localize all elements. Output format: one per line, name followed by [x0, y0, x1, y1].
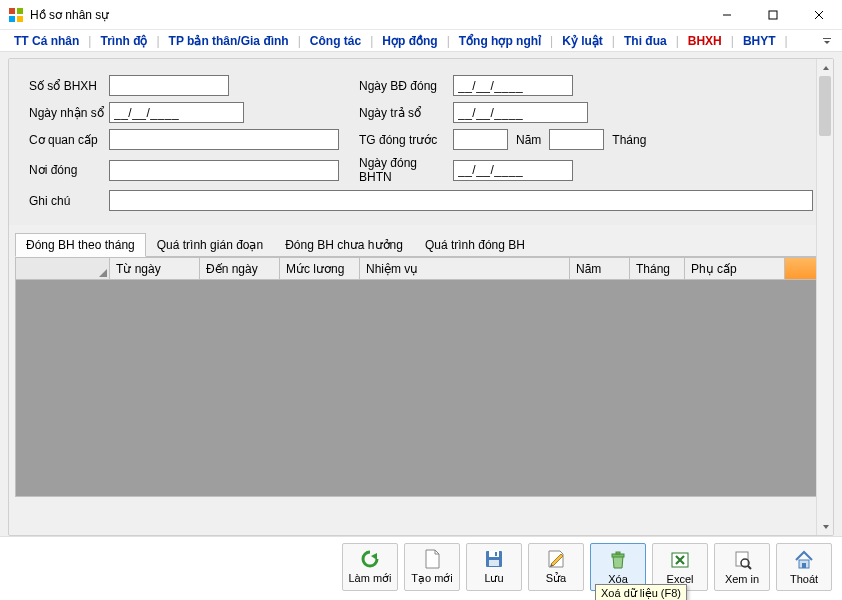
subtab-qua-trinh-dong-bh[interactable]: Quá trình đóng BH	[414, 233, 536, 256]
edit-icon	[545, 548, 567, 570]
edit-button[interactable]: Sửa	[528, 543, 584, 591]
trash-icon	[607, 549, 629, 571]
grid-col-nhiem-vu[interactable]: Nhiệm vụ	[360, 258, 570, 279]
save-icon	[483, 548, 505, 570]
vertical-scrollbar[interactable]	[816, 59, 833, 535]
app-icon	[8, 7, 24, 23]
grid-header: Từ ngày Đến ngày Mức lương Nhiệm vụ Năm …	[16, 258, 826, 280]
tab-tt-ca-nhan[interactable]: TT Cá nhân	[6, 32, 87, 50]
input-tg-nam[interactable]	[453, 129, 508, 150]
tab-bhyt[interactable]: BHYT	[735, 32, 784, 50]
grid-col-nam[interactable]: Năm	[570, 258, 630, 279]
home-icon	[793, 549, 815, 571]
panel: Số sổ BHXH Ngày BĐ đóng Ngày nhận sổ Ngà…	[8, 58, 834, 536]
input-so-so-bhxh[interactable]	[109, 75, 229, 96]
maximize-button[interactable]	[750, 0, 796, 30]
tab-tong-hop-nghi[interactable]: Tổng hợp nghỉ	[451, 32, 549, 50]
grid-col-muc-luong[interactable]: Mức lương	[280, 258, 360, 279]
label-co-quan-cap: Cơ quan cấp	[29, 133, 109, 147]
grid-col-tu-ngay[interactable]: Từ ngày	[110, 258, 200, 279]
input-ngay-bd-dong[interactable]	[453, 75, 573, 96]
tab-hop-dong[interactable]: Hợp đồng	[374, 32, 445, 50]
scroll-down-icon[interactable]	[817, 518, 834, 535]
input-tg-thang[interactable]	[549, 129, 604, 150]
svg-rect-5	[769, 11, 777, 19]
svg-rect-8	[823, 38, 831, 39]
data-grid[interactable]: Từ ngày Đến ngày Mức lương Nhiệm vụ Năm …	[15, 257, 827, 497]
delete-button[interactable]: Xóa Xoá dữ liệu (F8)	[590, 543, 646, 591]
input-co-quan-cap[interactable]	[109, 129, 339, 150]
label-ngay-dong-bhtn: Ngày đóng BHTN	[359, 156, 453, 184]
sub-tabs: Đóng BH theo tháng Quá trình gián đoạn Đ…	[15, 233, 827, 257]
svg-rect-1	[17, 8, 23, 14]
label-noi-dong: Nơi đóng	[29, 163, 109, 177]
new-file-icon	[421, 548, 443, 570]
svg-rect-2	[9, 16, 15, 22]
label-ghi-chu: Ghi chú	[29, 194, 109, 208]
label-thang: Tháng	[612, 133, 646, 147]
tab-thi-dua[interactable]: Thi đua	[616, 32, 675, 50]
input-ngay-nhan-so[interactable]	[109, 102, 244, 123]
print-preview-icon	[731, 549, 753, 571]
svg-rect-0	[9, 8, 15, 14]
exit-label: Thoát	[790, 573, 818, 585]
bottom-toolbar: Làm mới Tạo mới Lưu Sửa Xóa Xoá dữ liệu …	[0, 536, 842, 596]
input-ghi-chu[interactable]	[109, 190, 813, 211]
edit-label: Sửa	[546, 572, 566, 585]
refresh-label: Làm mới	[348, 572, 391, 585]
svg-marker-9	[824, 41, 830, 44]
svg-marker-13	[823, 66, 829, 70]
tab-cong-tac[interactable]: Công tác	[302, 32, 369, 50]
new-label: Tạo mới	[411, 572, 453, 585]
scroll-thumb[interactable]	[819, 76, 831, 136]
scroll-up-icon[interactable]	[817, 59, 834, 76]
exit-button[interactable]: Thoát	[776, 543, 832, 591]
grid-row-header[interactable]	[16, 258, 110, 279]
label-ngay-tra-so: Ngày trả sổ	[359, 106, 453, 120]
grid-col-thang[interactable]: Tháng	[630, 258, 685, 279]
svg-marker-15	[371, 553, 377, 560]
label-ngay-bd-dong: Ngày BĐ đóng	[359, 79, 453, 93]
tabs-overflow-button[interactable]	[820, 34, 834, 48]
form-area: Số sổ BHXH Ngày BĐ đóng Ngày nhận sổ Ngà…	[9, 59, 833, 225]
tab-tp-ban-than[interactable]: TP bản thân/Gia đình	[161, 32, 297, 50]
preview-button[interactable]: Xem in	[714, 543, 770, 591]
excel-icon	[669, 549, 691, 571]
subtab-qua-trinh-gian-doan[interactable]: Quá trình gián đoạn	[146, 233, 274, 256]
svg-rect-17	[489, 551, 499, 557]
work-area: Số sổ BHXH Ngày BĐ đóng Ngày nhận sổ Ngà…	[0, 52, 842, 536]
subtab-dong-bh-theo-thang[interactable]: Đóng BH theo tháng	[15, 233, 146, 257]
label-ngay-nhan-so: Ngày nhận sổ	[29, 106, 109, 120]
title-bar: Hồ sơ nhân sự	[0, 0, 842, 30]
tab-ky-luat[interactable]: Kỷ luật	[554, 32, 611, 50]
minimize-button[interactable]	[704, 0, 750, 30]
svg-marker-14	[823, 525, 829, 529]
refresh-button[interactable]: Làm mới	[342, 543, 398, 591]
window-title: Hồ sơ nhân sự	[30, 8, 704, 22]
svg-line-25	[748, 566, 751, 569]
save-label: Lưu	[484, 572, 503, 585]
tab-trinh-do[interactable]: Trình độ	[92, 32, 155, 50]
preview-label: Xem in	[725, 573, 759, 585]
tab-bhxh[interactable]: BHXH	[680, 32, 730, 50]
input-ngay-dong-bhtn[interactable]	[453, 160, 573, 181]
svg-rect-18	[489, 560, 499, 566]
label-nam: Năm	[516, 133, 541, 147]
grid-col-den-ngay[interactable]: Đến ngày	[200, 258, 280, 279]
subtab-dong-bh-chua-huong[interactable]: Đóng BH chưa hưởng	[274, 233, 414, 256]
input-ngay-tra-so[interactable]	[453, 102, 588, 123]
svg-rect-19	[495, 552, 497, 556]
refresh-icon	[359, 548, 381, 570]
save-button[interactable]: Lưu	[466, 543, 522, 591]
new-button[interactable]: Tạo mới	[404, 543, 460, 591]
svg-rect-27	[802, 563, 806, 568]
svg-rect-3	[17, 16, 23, 22]
svg-rect-21	[616, 552, 620, 554]
close-button[interactable]	[796, 0, 842, 30]
label-tg-dong-truoc: TG đóng trước	[359, 133, 453, 147]
grid-col-phu-cap[interactable]: Phụ cấp	[685, 258, 785, 279]
label-so-so-bhxh: Số sổ BHXH	[29, 79, 109, 93]
tooltip-delete: Xoá dữ liệu (F8)	[595, 584, 687, 601]
main-tabs: TT Cá nhân| Trình độ| TP bản thân/Gia đì…	[0, 30, 842, 52]
input-noi-dong[interactable]	[109, 160, 339, 181]
